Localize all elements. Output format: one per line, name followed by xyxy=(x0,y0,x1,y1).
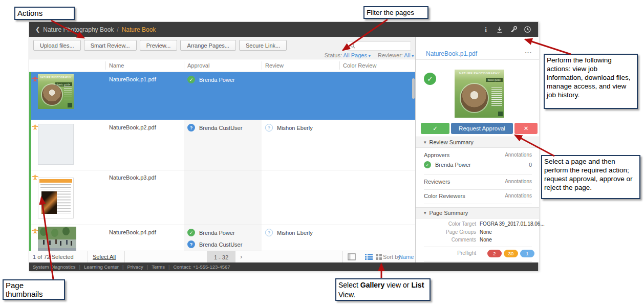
fox-photo xyxy=(41,191,57,214)
table-row[interactable]: NatureBook.p4.pdf ✓ Brenda Power ? Brend… xyxy=(29,225,415,251)
footer-bar: System Diagnostics| Learning Center| Pri… xyxy=(29,262,538,271)
job-history-icon[interactable] xyxy=(523,26,532,34)
info-icon[interactable]: i xyxy=(481,26,490,34)
callout-filter-pages: Filter the pages xyxy=(363,6,428,19)
gallery-view-icon[interactable] xyxy=(376,254,382,261)
annotations-label: Annotations xyxy=(505,179,532,185)
manage-access-key-icon[interactable] xyxy=(509,26,518,34)
page-name: NatureBook.p1.pdf xyxy=(109,76,156,82)
panel-page-title[interactable]: NatureBook.p1.pdf xyxy=(426,50,477,57)
color-reviewers-label: Color Reviewers xyxy=(424,193,465,199)
approval-entry: ✓ Brenda Power xyxy=(187,76,235,83)
column-header-color-review[interactable]: Color Review xyxy=(343,62,376,69)
callout-page-thumbnails: Page thumbnails xyxy=(3,279,65,300)
page-thumbnail[interactable]: NATURE PHOTOGRAPHY basic guide xyxy=(38,74,74,109)
job-header-bar: ❮ Nature Photography Book / Nature Book … xyxy=(29,22,538,37)
page-thumbnail[interactable] xyxy=(38,178,74,218)
column-header-approval[interactable]: Approval xyxy=(187,62,209,69)
list-view-icon[interactable] xyxy=(365,253,373,261)
page-thumbnail[interactable] xyxy=(38,227,76,251)
toolbar-buttons: Upload files... Smart Review... Preview.… xyxy=(33,40,287,51)
column-divider xyxy=(184,61,184,70)
filter-status-value[interactable]: All Pages xyxy=(343,52,371,58)
table-row[interactable]: NATURE PHOTOGRAPHY basic guide NatureBoo… xyxy=(29,72,415,120)
approver-name: Brenda Power xyxy=(199,230,235,236)
preflight-error-badge[interactable]: 2 xyxy=(487,250,502,257)
download-icon[interactable] xyxy=(495,26,504,34)
approval-entry: ✓ Brenda Power xyxy=(187,229,235,236)
table-row[interactable]: NatureBook.p3.pdf xyxy=(29,170,415,225)
screenshot-canvas: ❮ Nature Photography Book / Nature Book … xyxy=(0,0,644,307)
footer-link-terms[interactable]: Terms xyxy=(152,264,165,270)
approved-check-icon: ✓ xyxy=(187,76,195,83)
filter-reviewer: Reviewer: All xyxy=(378,52,414,58)
preview-button[interactable]: Preview... xyxy=(140,40,178,51)
select-all-link[interactable]: Select All xyxy=(93,254,116,260)
approver-row: ✓ Brenda Power 0 xyxy=(424,161,532,168)
approved-status-icon: ✓ xyxy=(424,73,436,85)
page-list: NATURE PHOTOGRAPHY basic guide NatureBoo… xyxy=(29,72,415,251)
approver-name: Brenda CustUser xyxy=(199,125,242,131)
filter-reviewer-value[interactable]: All xyxy=(404,52,414,58)
review-pending-icon: ? xyxy=(265,124,273,131)
back-chevron-icon[interactable]: ❮ xyxy=(35,26,40,33)
upload-files-button[interactable]: Upload files... xyxy=(33,40,81,51)
comments-field: Comments None xyxy=(416,237,539,243)
approved-check-icon: ✓ xyxy=(187,229,195,236)
preflight-warning-badge[interactable]: 30 xyxy=(504,250,518,257)
reviewer-name: Mishon Eberly xyxy=(277,125,313,131)
arrange-pages-button[interactable]: Arrange Pages... xyxy=(180,40,236,51)
callout-job-actions: Perform the following actions: view job … xyxy=(544,54,638,109)
page-name: NatureBook.p4.pdf xyxy=(109,229,156,235)
footer-link-system-diagnostics[interactable]: System Diagnostics xyxy=(33,264,75,270)
breadcrumb-job-title[interactable]: Nature Photography Book xyxy=(43,26,114,33)
preflight-info-badge[interactable]: 1 xyxy=(520,250,534,257)
search-input[interactable] xyxy=(357,43,409,50)
scrollbar[interactable] xyxy=(412,78,415,99)
breadcrumb-separator: / xyxy=(117,26,118,33)
footer-link-privacy[interactable]: Privacy xyxy=(127,264,143,270)
reviewer-name: Mishon Eberly xyxy=(277,230,313,236)
approval-entry: ? Brenda CustUser xyxy=(187,124,242,131)
owl-photo xyxy=(461,84,488,112)
callout-actions: Actions xyxy=(14,7,75,20)
reject-button[interactable]: ✕ xyxy=(514,123,538,134)
request-approval-button[interactable]: Request Approval xyxy=(451,123,513,134)
approval-entry: ? Brenda CustUser xyxy=(187,240,242,248)
panel-toggle-icon[interactable] xyxy=(348,253,356,261)
table-header: Name Approval Review Color Review xyxy=(29,59,415,72)
search-box[interactable] xyxy=(348,41,411,51)
column-divider xyxy=(105,61,106,70)
approve-button[interactable]: ✓ xyxy=(421,123,449,134)
page-range: 1 - 32 xyxy=(207,251,235,263)
secure-link-button[interactable]: Secure Link... xyxy=(239,40,287,51)
selected-page-preview[interactable]: NATURE PHOTOGRAPHY basic guide xyxy=(455,70,504,118)
breadcrumb-page-title: Nature Book xyxy=(122,26,156,33)
column-header-review[interactable]: Review xyxy=(265,62,284,69)
awaiting-question-icon: ? xyxy=(187,240,195,248)
page-groups-field: Page Groups None xyxy=(416,229,539,235)
footer-link-learning-center[interactable]: Learning Center xyxy=(84,264,119,270)
footer-contact: Contact: +1-555-123-4567 xyxy=(173,264,230,270)
filter-status: Status: All Pages xyxy=(325,52,371,58)
article-headline-bar xyxy=(39,179,72,183)
page-thumbnail[interactable] xyxy=(38,124,74,165)
approvers-block: Approvers Annotations ✓ Brenda Power 0 xyxy=(424,152,532,174)
job-action-icons: i xyxy=(481,26,532,34)
smart-review-button[interactable]: Smart Review... xyxy=(84,40,137,51)
approver-name: Brenda Power xyxy=(199,77,235,83)
page-details-panel: NatureBook.p1.pdf ... ✓ NATURE PHOTOGRAP… xyxy=(415,37,539,262)
table-row[interactable]: NatureBook.p2.pdf ? Brenda CustUser ? Mi… xyxy=(29,120,415,170)
color-reviewers-block: Color Reviewers Annotations xyxy=(424,193,532,204)
review-entry: ? Mishon Eberly xyxy=(265,229,313,236)
bottom-bar: 1 of 72 Selected Select All 1 - 32 › Sor… xyxy=(29,251,415,262)
review-summary-header[interactable]: Review Summary xyxy=(416,137,539,148)
page-summary-header[interactable]: Page Summary xyxy=(416,207,539,218)
approved-check-icon: ✓ xyxy=(424,161,431,168)
callout-page-actions: Select a page and then perform the requi… xyxy=(541,155,640,199)
next-page-arrow-icon[interactable]: › xyxy=(240,253,242,260)
review-entry: ? Mishon Eberly xyxy=(265,124,313,131)
more-menu-icon[interactable]: ... xyxy=(525,47,532,55)
column-header-name[interactable]: Name xyxy=(109,62,124,69)
color-target-field: Color Target FOGRA 39_2017.01.18.06... xyxy=(416,221,539,227)
